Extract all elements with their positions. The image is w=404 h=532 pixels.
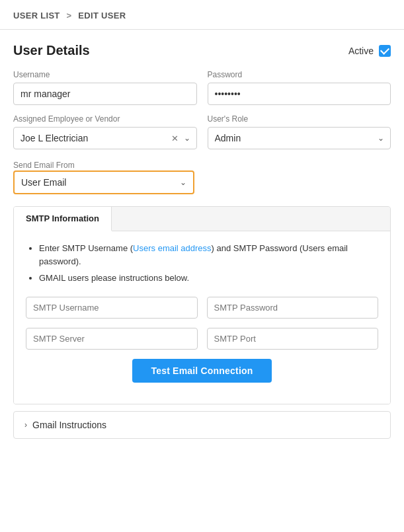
send-email-label: Send Email From [13, 161, 75, 170]
test-connection-button[interactable]: Test Email Connection [132, 359, 271, 383]
section-header: User Details Active [13, 43, 391, 58]
active-label: Active [348, 46, 374, 56]
employee-input[interactable] [13, 127, 197, 149]
gmail-instructions-label: Gmail Instructions [32, 420, 106, 430]
smtp-email-link[interactable]: Users email address [133, 243, 212, 253]
active-toggle[interactable]: Active [348, 45, 391, 57]
employee-group: Assigned Employee or Vendor ✕ ⌄ [13, 114, 197, 149]
breadcrumb-bar: USER LIST > EDIT USER [0, 0, 404, 30]
smtp-info-list: Enter SMTP Username (Users email address… [26, 242, 378, 285]
role-group: User's Role Admin User Viewer ⌄ [208, 114, 391, 149]
send-email-group: Send Email From User Email System Email … [13, 159, 194, 194]
smtp-server-input[interactable] [26, 328, 198, 350]
username-group: Username [13, 70, 197, 105]
page-title: User Details [13, 43, 90, 58]
gmail-chevron-icon: › [24, 420, 27, 430]
employee-label: Assigned Employee or Vendor [13, 114, 197, 124]
password-input[interactable] [208, 83, 391, 105]
smtp-row-server [26, 328, 378, 350]
active-checkbox[interactable] [379, 45, 391, 57]
role-select-wrapper: Admin User Viewer ⌄ [208, 127, 391, 149]
smtp-info-item-1: Enter SMTP Username (Users email address… [39, 242, 378, 268]
smtp-tabs-container: SMTP Information Enter SMTP Username (Us… [13, 206, 391, 404]
gmail-instructions-section[interactable]: › Gmail Instructions [13, 411, 391, 439]
test-btn-row: Test Email Connection [26, 359, 378, 383]
breadcrumb: USER LIST > EDIT USER [13, 11, 126, 20]
smtp-tab-content: Enter SMTP Username (Users email address… [14, 231, 390, 404]
employee-clear-icon[interactable]: ✕ [171, 133, 179, 143]
form-row-employee-role: Assigned Employee or Vendor ✕ ⌄ User's R… [13, 114, 391, 149]
smtp-row-credentials [26, 297, 378, 319]
form-row-username-password: Username Password [13, 70, 391, 105]
smtp-username-input[interactable] [26, 297, 198, 319]
password-label: Password [208, 70, 391, 79]
username-input[interactable] [13, 83, 197, 105]
tab-smtp[interactable]: SMTP Information [14, 207, 112, 231]
breadcrumb-part2[interactable]: EDIT USER [78, 11, 126, 20]
role-label: User's Role [208, 114, 391, 124]
breadcrumb-part1[interactable]: USER LIST [13, 11, 60, 20]
send-email-wrapper: User Email System Email Custom SMTP ⌄ [13, 171, 194, 194]
smtp-info-item-2: GMAIL users please instructions below. [39, 272, 378, 285]
role-select[interactable]: Admin User Viewer [208, 127, 391, 149]
tabs-header: SMTP Information [14, 207, 390, 231]
main-content: User Details Active Username Password As… [0, 30, 404, 452]
employee-select-wrapper: ✕ ⌄ [13, 127, 197, 149]
breadcrumb-separator: > [67, 11, 72, 20]
smtp-password-input[interactable] [207, 297, 379, 319]
smtp-port-input[interactable] [207, 328, 379, 350]
send-email-select[interactable]: User Email System Email Custom SMTP [15, 172, 193, 193]
password-group: Password [208, 70, 391, 105]
username-label: Username [13, 70, 197, 79]
